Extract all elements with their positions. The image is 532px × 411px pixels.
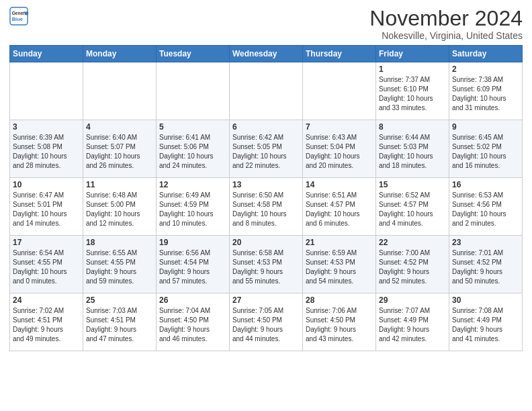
calendar-cell: 17Sunrise: 6:54 AMSunset: 4:55 PMDayligh… <box>10 236 83 293</box>
calendar-cell: 3Sunrise: 6:39 AMSunset: 5:08 PMDaylight… <box>10 120 83 178</box>
day-info: Sunrise: 7:04 AMSunset: 4:50 PMDaylight:… <box>159 306 226 344</box>
calendar-cell: 12Sunrise: 6:49 AMSunset: 4:59 PMDayligh… <box>157 178 230 236</box>
month-title: November 2024 <box>369 7 523 30</box>
day-number: 27 <box>232 295 300 305</box>
day-number: 20 <box>232 238 300 247</box>
calendar-cell: 21Sunrise: 6:59 AMSunset: 4:53 PMDayligh… <box>303 236 376 293</box>
calendar-cell: 13Sunrise: 6:50 AMSunset: 4:58 PMDayligh… <box>230 178 303 236</box>
calendar-cell <box>157 62 230 120</box>
day-number: 10 <box>13 180 80 189</box>
day-number: 19 <box>159 238 226 247</box>
weekday-header-thursday: Thursday <box>303 46 376 62</box>
calendar-cell: 18Sunrise: 6:55 AMSunset: 4:55 PMDayligh… <box>83 236 157 293</box>
day-info: Sunrise: 6:58 AMSunset: 4:53 PMDaylight:… <box>232 248 300 286</box>
day-info: Sunrise: 6:54 AMSunset: 4:55 PMDaylight:… <box>13 248 80 286</box>
calendar-cell: 27Sunrise: 7:05 AMSunset: 4:50 PMDayligh… <box>230 293 303 351</box>
location: Nokesville, Virginia, United States <box>369 30 523 41</box>
weekday-header-sunday: Sunday <box>10 46 83 62</box>
day-number: 4 <box>86 122 153 132</box>
calendar-cell: 19Sunrise: 6:56 AMSunset: 4:54 PMDayligh… <box>157 236 230 293</box>
day-number: 26 <box>159 295 226 305</box>
page: General Blue November 2024 Nokesville, V… <box>0 0 532 411</box>
day-info: Sunrise: 6:44 AMSunset: 5:03 PMDaylight:… <box>379 133 446 171</box>
calendar-cell: 28Sunrise: 7:06 AMSunset: 4:50 PMDayligh… <box>303 293 376 351</box>
day-info: Sunrise: 7:01 AMSunset: 4:52 PMDaylight:… <box>452 248 519 286</box>
day-number: 7 <box>306 122 373 132</box>
calendar-cell: 23Sunrise: 7:01 AMSunset: 4:52 PMDayligh… <box>449 236 523 293</box>
calendar-week-3: 17Sunrise: 6:54 AMSunset: 4:55 PMDayligh… <box>10 236 523 293</box>
calendar-cell: 6Sunrise: 6:42 AMSunset: 5:05 PMDaylight… <box>230 120 303 178</box>
day-info: Sunrise: 7:06 AMSunset: 4:50 PMDaylight:… <box>306 306 373 344</box>
weekday-header-saturday: Saturday <box>449 46 523 62</box>
day-info: Sunrise: 7:03 AMSunset: 4:51 PMDaylight:… <box>86 306 153 344</box>
calendar-week-0: 1Sunrise: 7:37 AMSunset: 6:10 PMDaylight… <box>10 62 523 120</box>
day-info: Sunrise: 6:55 AMSunset: 4:55 PMDaylight:… <box>86 248 153 286</box>
day-info: Sunrise: 7:07 AMSunset: 4:49 PMDaylight:… <box>379 306 446 344</box>
header: General Blue November 2024 Nokesville, V… <box>9 7 523 41</box>
day-number: 24 <box>13 295 80 305</box>
calendar-cell: 30Sunrise: 7:08 AMSunset: 4:49 PMDayligh… <box>449 293 523 351</box>
day-number: 28 <box>306 295 373 305</box>
weekday-header-monday: Monday <box>83 46 157 62</box>
day-number: 9 <box>452 122 519 132</box>
day-number: 1 <box>379 64 446 74</box>
day-number: 25 <box>86 295 153 305</box>
day-number: 30 <box>452 295 519 305</box>
day-info: Sunrise: 6:43 AMSunset: 5:04 PMDaylight:… <box>306 133 373 171</box>
day-info: Sunrise: 6:59 AMSunset: 4:53 PMDaylight:… <box>306 248 373 286</box>
day-info: Sunrise: 6:47 AMSunset: 5:01 PMDaylight:… <box>13 191 80 228</box>
calendar-cell: 16Sunrise: 6:53 AMSunset: 4:56 PMDayligh… <box>449 178 523 236</box>
day-info: Sunrise: 7:38 AMSunset: 6:09 PMDaylight:… <box>452 75 519 113</box>
day-info: Sunrise: 6:45 AMSunset: 5:02 PMDaylight:… <box>452 133 519 171</box>
calendar-cell: 15Sunrise: 6:52 AMSunset: 4:57 PMDayligh… <box>376 178 449 236</box>
day-info: Sunrise: 6:48 AMSunset: 5:00 PMDaylight:… <box>86 191 153 228</box>
day-number: 3 <box>13 122 80 132</box>
day-info: Sunrise: 6:39 AMSunset: 5:08 PMDaylight:… <box>13 133 80 171</box>
day-info: Sunrise: 7:02 AMSunset: 4:51 PMDaylight:… <box>13 306 80 344</box>
svg-text:Blue: Blue <box>12 16 23 22</box>
calendar-cell <box>230 62 303 120</box>
calendar-cell: 5Sunrise: 6:41 AMSunset: 5:06 PMDaylight… <box>157 120 230 178</box>
day-number: 18 <box>86 238 153 247</box>
calendar-cell <box>83 62 157 120</box>
day-info: Sunrise: 6:51 AMSunset: 4:57 PMDaylight:… <box>306 191 373 228</box>
calendar-cell: 2Sunrise: 7:38 AMSunset: 6:09 PMDaylight… <box>449 62 523 120</box>
day-number: 23 <box>452 238 519 247</box>
calendar-cell: 10Sunrise: 6:47 AMSunset: 5:01 PMDayligh… <box>10 178 83 236</box>
calendar-cell: 29Sunrise: 7:07 AMSunset: 4:49 PMDayligh… <box>376 293 449 351</box>
day-info: Sunrise: 6:56 AMSunset: 4:54 PMDaylight:… <box>159 248 226 286</box>
calendar-cell: 20Sunrise: 6:58 AMSunset: 4:53 PMDayligh… <box>230 236 303 293</box>
day-number: 6 <box>232 122 300 132</box>
calendar-cell: 11Sunrise: 6:48 AMSunset: 5:00 PMDayligh… <box>83 178 157 236</box>
calendar-week-1: 3Sunrise: 6:39 AMSunset: 5:08 PMDaylight… <box>10 120 523 178</box>
day-number: 12 <box>159 180 226 189</box>
day-number: 15 <box>379 180 446 189</box>
calendar-cell: 24Sunrise: 7:02 AMSunset: 4:51 PMDayligh… <box>10 293 83 351</box>
calendar-cell <box>10 62 83 120</box>
day-info: Sunrise: 6:40 AMSunset: 5:07 PMDaylight:… <box>86 133 153 171</box>
calendar-cell: 26Sunrise: 7:04 AMSunset: 4:50 PMDayligh… <box>157 293 230 351</box>
day-number: 21 <box>306 238 373 247</box>
day-number: 13 <box>232 180 300 189</box>
calendar-cell <box>303 62 376 120</box>
day-number: 5 <box>159 122 226 132</box>
weekday-header-tuesday: Tuesday <box>157 46 230 62</box>
day-number: 8 <box>379 122 446 132</box>
calendar-cell: 9Sunrise: 6:45 AMSunset: 5:02 PMDaylight… <box>449 120 523 178</box>
day-number: 11 <box>86 180 153 189</box>
weekday-header-wednesday: Wednesday <box>230 46 303 62</box>
calendar-cell: 4Sunrise: 6:40 AMSunset: 5:07 PMDaylight… <box>83 120 157 178</box>
day-info: Sunrise: 7:08 AMSunset: 4:49 PMDaylight:… <box>452 306 519 344</box>
calendar-cell: 7Sunrise: 6:43 AMSunset: 5:04 PMDaylight… <box>303 120 376 178</box>
weekday-header-friday: Friday <box>376 46 449 62</box>
day-number: 22 <box>379 238 446 247</box>
weekday-header-row: SundayMondayTuesdayWednesdayThursdayFrid… <box>10 46 523 62</box>
day-info: Sunrise: 6:49 AMSunset: 4:59 PMDaylight:… <box>159 191 226 228</box>
day-info: Sunrise: 6:50 AMSunset: 4:58 PMDaylight:… <box>232 191 300 228</box>
calendar-cell: 25Sunrise: 7:03 AMSunset: 4:51 PMDayligh… <box>83 293 157 351</box>
day-number: 17 <box>13 238 80 247</box>
day-number: 14 <box>306 180 373 189</box>
day-info: Sunrise: 6:41 AMSunset: 5:06 PMDaylight:… <box>159 133 226 171</box>
day-number: 2 <box>452 64 519 74</box>
calendar: SundayMondayTuesdayWednesdayThursdayFrid… <box>9 45 523 351</box>
